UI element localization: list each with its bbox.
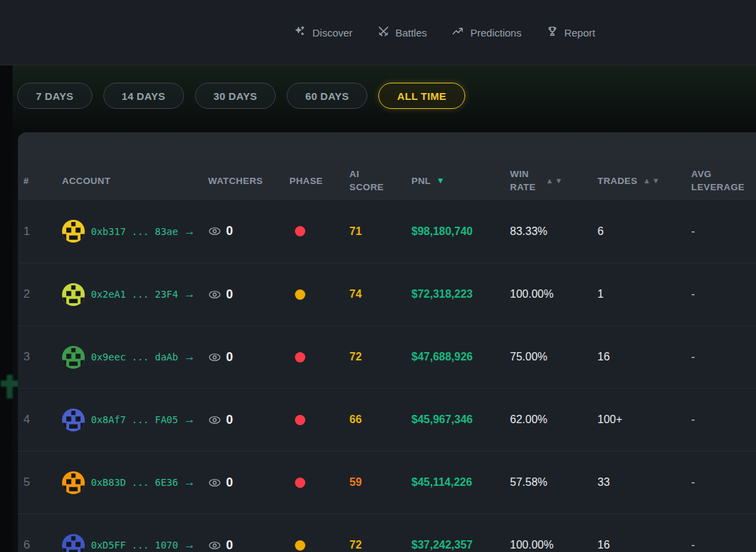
phase-cell xyxy=(284,263,344,325)
account-address-link[interactable]: 0x9eec ... daAb xyxy=(91,351,178,362)
eye-icon xyxy=(208,225,221,238)
header-rank: # xyxy=(18,162,57,199)
account-address-link[interactable]: 0xb317 ... 83ae xyxy=(91,226,178,237)
table-row[interactable]: 3 0x9eec ... daAb → xyxy=(18,325,756,388)
account-cell[interactable]: 0xD5FF ... 1070 → xyxy=(57,514,203,552)
nav-item-predictions[interactable]: Predictions xyxy=(451,25,521,39)
filter-all-time[interactable]: ALL TIME xyxy=(378,83,464,109)
filter-7-days[interactable]: 7 DAYS xyxy=(17,83,92,109)
avg-leverage-cell: - xyxy=(686,200,756,263)
avg-leverage-cell: - xyxy=(686,326,756,388)
account-cell[interactable]: 0x2eA1 ... 23F4 → xyxy=(57,263,203,325)
open-account-arrow-icon[interactable]: → xyxy=(183,225,195,238)
header-watchers: WATCHERS xyxy=(203,162,284,199)
watchers-count: 0 xyxy=(226,538,233,552)
avatar xyxy=(62,409,85,431)
filter-14-days[interactable]: 14 DAYS xyxy=(103,83,184,109)
ai-score-value: 72 xyxy=(349,351,362,363)
phase-status-dot xyxy=(295,289,305,300)
pnl-cell: $45,114,226 xyxy=(406,451,504,513)
ai-score-value: 71 xyxy=(349,225,362,238)
win-rate-cell: 100.00% xyxy=(504,263,592,325)
win-rate-cell: 83.33% xyxy=(504,200,592,263)
ai-score-cell: 59 xyxy=(344,451,406,513)
phase-cell xyxy=(284,326,344,388)
header-trades[interactable]: TRADES ▲▼ xyxy=(592,162,686,199)
phase-cell xyxy=(284,514,344,552)
account-cell[interactable]: 0x8Af7 ... FA05 → xyxy=(57,389,203,451)
avatar xyxy=(62,346,85,369)
table-row[interactable]: 1 0xb317 ... 83ae → xyxy=(18,200,756,263)
avg-leverage-cell: - xyxy=(686,514,756,552)
ai-score-cell: 74 xyxy=(344,263,406,325)
eye-icon xyxy=(208,539,221,552)
ai-score-value: 74 xyxy=(349,288,362,300)
open-account-arrow-icon[interactable]: → xyxy=(183,476,195,489)
trades-cell: 6 xyxy=(592,200,686,263)
account-address-link[interactable]: 0x2eA1 ... 23F4 xyxy=(91,289,178,300)
trophy-icon xyxy=(546,25,558,39)
open-account-arrow-icon[interactable]: → xyxy=(183,538,195,552)
eye-icon xyxy=(208,288,221,301)
phase-status-dot xyxy=(295,352,305,362)
table-row[interactable]: 4 0x8Af7 ... FA05 → xyxy=(18,388,756,451)
account-cell[interactable]: 0x9eec ... daAb → xyxy=(57,326,203,388)
nav-item-discover[interactable]: Discover xyxy=(294,25,352,39)
table-body: 1 0xb317 ... 83ae → xyxy=(18,200,756,552)
table-row[interactable]: 2 0x2eA1 ... 23F4 → xyxy=(18,263,756,325)
account-cell[interactable]: 0xb317 ... 83ae → xyxy=(57,200,203,263)
open-account-arrow-icon[interactable]: → xyxy=(183,413,195,427)
top-nav-bar: Discover Battles Predictions xyxy=(0,0,756,65)
trades-cell: 1 xyxy=(592,263,686,325)
table-header-row: # ACCOUNT WATCHERS PHASE AI SCORE PNL ▼ … xyxy=(18,162,756,200)
ai-score-cell: 71 xyxy=(344,200,406,263)
table-row[interactable]: 6 0xD5FF ... 1070 → xyxy=(18,513,756,552)
pnl-cell: $37,242,357 xyxy=(406,514,504,552)
account-address-link[interactable]: 0xB83D ... 6E36 xyxy=(91,477,178,488)
leaderboard-card: # ACCOUNT WATCHERS PHASE AI SCORE PNL ▼ … xyxy=(18,132,756,552)
header-pnl[interactable]: PNL ▼ xyxy=(406,162,504,199)
watchers-count: 0 xyxy=(226,476,233,490)
rank-cell: 5 xyxy=(18,451,57,513)
phase-cell xyxy=(284,389,344,451)
phase-cell xyxy=(284,200,344,263)
ai-score-value: 72 xyxy=(349,539,362,551)
trades-cell: 33 xyxy=(592,451,686,513)
trades-cell: 16 xyxy=(592,326,686,388)
table-row[interactable]: 5 0xB83D ... 6E36 → xyxy=(18,451,756,513)
open-account-arrow-icon[interactable]: → xyxy=(183,287,195,301)
ai-score-value: 59 xyxy=(349,476,362,489)
sort-desc-icon: ▼ xyxy=(436,174,445,187)
eye-icon xyxy=(208,413,221,427)
top-nav-items: Discover Battles Predictions xyxy=(294,25,595,39)
header-avg-leverage: AVG LEVERAGE xyxy=(686,162,756,199)
rank-cell: 6 xyxy=(18,514,57,552)
watchers-cell: 0 xyxy=(203,514,284,552)
nav-item-report[interactable]: Report xyxy=(546,25,595,39)
account-address-link[interactable]: 0x8Af7 ... FA05 xyxy=(91,414,178,425)
avatar xyxy=(62,220,85,243)
account-address-link[interactable]: 0xD5FF ... 1070 xyxy=(91,540,178,551)
header-win-rate[interactable]: WIN RATE ▲▼ xyxy=(504,162,592,199)
ai-score-cell: 72 xyxy=(344,326,406,388)
watchers-count: 0 xyxy=(226,224,233,238)
filter-30-days[interactable]: 30 DAYS xyxy=(195,83,276,109)
phase-status-dot xyxy=(295,226,305,236)
trades-cell: 16 xyxy=(592,514,686,552)
nav-label: Report xyxy=(564,27,595,39)
sparkles-icon xyxy=(294,25,306,39)
watchers-cell: 0 xyxy=(203,326,284,388)
nav-item-battles[interactable]: Battles xyxy=(378,25,427,39)
open-account-arrow-icon[interactable]: → xyxy=(183,350,195,364)
watchers-cell: 0 xyxy=(203,200,284,263)
watchers-cell: 0 xyxy=(203,389,284,451)
card-top-bar xyxy=(18,132,756,162)
win-rate-cell: 62.00% xyxy=(504,389,592,451)
account-cell[interactable]: 0xB83D ... 6E36 → xyxy=(57,451,203,513)
win-rate-cell: 57.58% xyxy=(504,451,592,513)
rank-cell: 1 xyxy=(18,200,57,263)
filter-60-days[interactable]: 60 DAYS xyxy=(287,83,367,109)
phase-status-dot xyxy=(295,540,305,551)
avatar xyxy=(62,471,85,494)
ai-score-value: 66 xyxy=(349,413,362,426)
